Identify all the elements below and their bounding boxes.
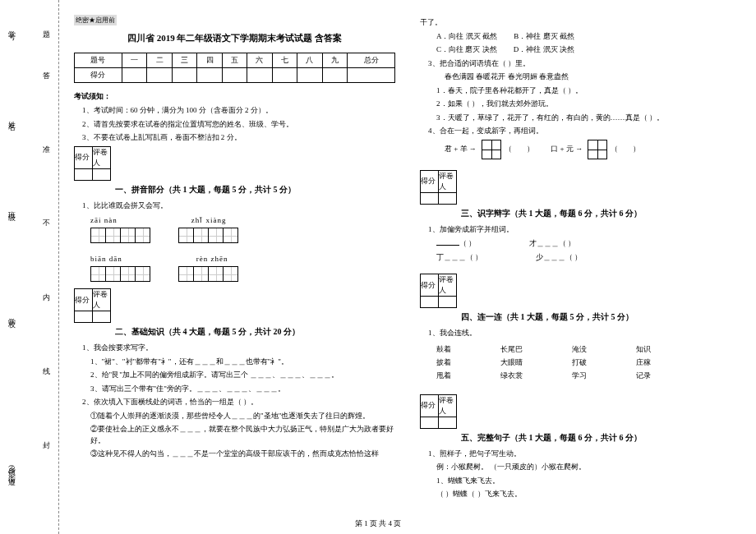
th: 五 xyxy=(222,53,247,68)
option: B．神往 磨灭 截然 xyxy=(514,31,574,43)
q: 4、合在一起，变成新字，再组词。 xyxy=(428,126,741,137)
line: 3．天暖了，草绿了，花开了，有红的，有白的，黄的……真是（ ）。 xyxy=(436,113,741,124)
pinyin: zāi nàn xyxy=(90,216,118,224)
line: ②要使社会上的正义感永不＿＿＿，就要在整个民族中大力弘扬正气，特别是广大为政者要… xyxy=(90,424,395,446)
q: 3、把合适的词语填在（ ）里。 xyxy=(428,58,741,70)
score-mini: 得分评卷人 xyxy=(74,288,111,323)
wordbank: 春色满园 春暖花开 春光明媚 春意盎然 xyxy=(445,71,741,83)
pinyin: zhǐ xiàng xyxy=(191,216,227,224)
margin-field-school: 学校 xyxy=(7,312,17,317)
th: 四 xyxy=(197,53,222,68)
right-column: 干了。 A．向往 泯灭 截然 B．神往 磨灭 截然 C．向往 磨灭 决然 D．神… xyxy=(420,15,741,514)
score-table: 题号 一 二 三 四 五 六 七 八 九 总分 得分 xyxy=(74,53,395,83)
seal-char: 答 xyxy=(41,66,52,72)
score-mini: 得分评卷人 xyxy=(420,170,457,205)
q1: 1、比比谁既会拼又会写。 xyxy=(82,200,395,212)
seal-char: 题 xyxy=(41,25,52,31)
binding-margin: 学号 姓名 班级 学校 乡镇(街道) 题 答 准 不 内 线 封 xyxy=(0,0,59,534)
secret-tag: 绝密★启用前 xyxy=(74,15,117,25)
seal-char: 准 xyxy=(41,140,52,146)
char-box[interactable] xyxy=(482,140,501,159)
section1-title: 一、拼音部分（共 1 大题，每题 5 分，共计 5 分） xyxy=(115,184,395,196)
line: 2、给"艮"加上不同的偏旁组成新字。请写出三个 ＿＿＿、＿＿＿、＿＿＿。 xyxy=(90,370,395,381)
q: 1、我会按要求写字。 xyxy=(82,343,395,354)
seal-char: 封 xyxy=(41,435,52,442)
seal-char: 内 xyxy=(41,288,52,294)
write-grid[interactable] xyxy=(90,228,150,243)
write-grid[interactable] xyxy=(178,266,238,282)
exam-title: 四川省 2019 年二年级语文下学期期末考试试题 含答案 xyxy=(74,32,395,44)
notice-item: 3、不要在试卷上乱写乱画，卷面不整洁扣 2 分。 xyxy=(82,132,395,144)
score-mini: 得分评卷人 xyxy=(74,146,111,181)
section3-title: 三、识字辩字（共 1 大题，每题 6 分，共计 6 分） xyxy=(461,208,741,219)
line: 1．春天，院子里各种花都开了，真是（ ）。 xyxy=(436,85,741,97)
left-column: 绝密★启用前 四川省 2019 年二年级语文下学期期末考试试题 含答案 题号 一… xyxy=(74,15,395,514)
th: 二 xyxy=(147,53,172,68)
seal-char: 不 xyxy=(41,214,52,220)
line: 1、蝴蝶飞来飞去。 xyxy=(436,476,741,487)
seal-char: 线 xyxy=(41,361,52,368)
option: D．神往 泯灭 决然 xyxy=(514,44,574,56)
th: 六 xyxy=(247,53,272,68)
line: ①随着个人崇拜的逐渐淡漠，那些曾经令人＿＿＿的"圣地"也逐渐失去了往日的辉煌。 xyxy=(90,411,395,422)
section2-title: 二、基础知识（共 4 大题，每题 5 分，共计 20 分） xyxy=(115,326,395,338)
th: 七 xyxy=(272,53,297,68)
margin-field-studentno: 学号 xyxy=(7,25,17,30)
th: 九 xyxy=(322,53,347,68)
line: （ ）蝴蝶（ ）飞来飞去。 xyxy=(436,489,741,500)
example: 例：小猴爬树。 （一只顽皮的）小猴在爬树。 xyxy=(436,462,741,473)
option: A．向往 泯灭 截然 xyxy=(436,31,497,43)
line: ③这种见不得人的勾当，＿＿＿不是一个堂堂的高级干部应该干的，然而成克杰恰恰这样 xyxy=(90,449,395,460)
match-columns: 鼓着披着甩着 长尾巴大眼睛绿衣裳 淹没打破学习 知识庄稼记录 xyxy=(436,344,741,381)
q: 1、我会连线。 xyxy=(428,328,741,339)
th: 三 xyxy=(172,53,196,68)
th: 一 xyxy=(122,53,146,68)
line: 2．如果（ ），我们就去郊外游玩。 xyxy=(436,99,741,110)
combine: 口 + 元 → xyxy=(551,145,583,153)
line: 干了。 xyxy=(420,17,741,29)
combine: 君 + 羊 → xyxy=(445,145,477,153)
char-box[interactable] xyxy=(588,140,607,159)
q: 1、照样子，把句子写生动。 xyxy=(428,449,741,460)
notice-item: 2、请首先按要求在试卷的指定位置填写您的姓名、班级、学号。 xyxy=(82,119,395,131)
pinyin: biān dān xyxy=(90,255,122,263)
page-footer: 第 1 页 共 4 页 xyxy=(0,518,756,529)
th: 题号 xyxy=(75,53,122,68)
notice-head: 考试须知： xyxy=(74,91,395,102)
score-mini: 得分评卷人 xyxy=(420,394,457,429)
margin-field-name: 姓名 xyxy=(7,115,17,120)
write-grid[interactable] xyxy=(178,228,238,243)
write-grid[interactable] xyxy=(90,266,150,282)
q: 1、加偏旁成新字并组词。 xyxy=(428,224,741,236)
section5-title: 五、完整句子（共 1 大题，每题 6 分，共计 6 分） xyxy=(461,432,741,444)
notice-item: 1、考试时间：60 分钟，满分为 100 分（含卷面分 2 分）。 xyxy=(82,105,395,117)
pinyin: rèn zhēn xyxy=(196,255,228,263)
score-mini: 得分评卷人 xyxy=(420,274,457,308)
margin-field-town: 乡镇(街道) xyxy=(7,460,17,480)
section4-title: 四、连一连（共 1 大题，每题 5 分，共计 5 分） xyxy=(461,311,741,323)
line: 1、"裙"、"衬"都带有"衤"，还有＿＿＿和＿＿＿也带有"衤"。 xyxy=(90,357,395,368)
q: 2、依次填入下面横线处的词语，恰当的一组是（ ）。 xyxy=(82,397,395,408)
line: 3、请写出三个带有"佳"旁的字。＿＿＿、＿＿＿、＿＿＿。 xyxy=(90,384,395,395)
margin-field-class: 班级 xyxy=(7,205,17,210)
th: 得分 xyxy=(75,68,122,83)
th: 总分 xyxy=(348,53,395,68)
th: 八 xyxy=(297,53,322,68)
option: C．向往 磨灭 决然 xyxy=(436,44,497,56)
